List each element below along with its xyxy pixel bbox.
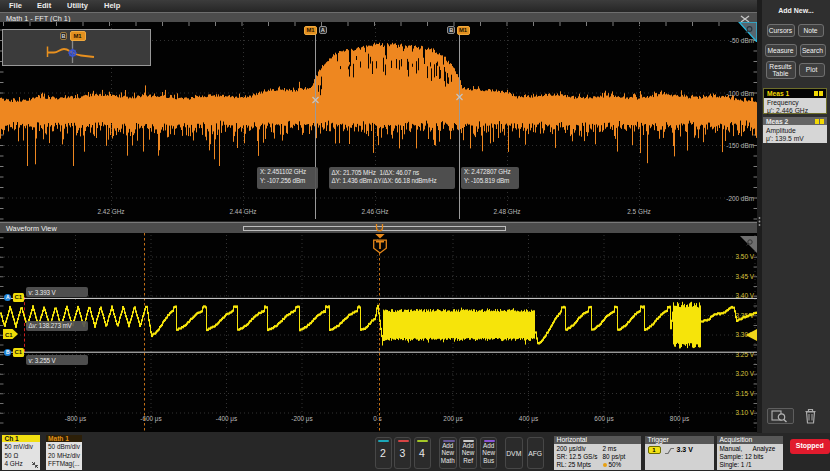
- svg-text:-150 dBm: -150 dBm: [726, 142, 754, 149]
- svg-text:2.48 GHz: 2.48 GHz: [494, 208, 521, 215]
- svg-text:2.44 GHz: 2.44 GHz: [230, 208, 257, 215]
- svg-text:3.15 V: 3.15 V: [736, 390, 755, 397]
- svg-text:-800 μs: -800 μs: [65, 415, 86, 423]
- svg-text:2.42 GHz: 2.42 GHz: [98, 208, 125, 215]
- svg-text:3.45 V: 3.45 V: [736, 273, 755, 280]
- svg-text:3.25 V: 3.25 V: [736, 351, 755, 358]
- svg-text:-600 μs: -600 μs: [140, 415, 161, 423]
- svg-text:200 μs: 200 μs: [443, 415, 462, 423]
- svg-text:-200 dBm: -200 dBm: [726, 195, 754, 202]
- svg-text:-400 μs: -400 μs: [216, 415, 237, 423]
- svg-text:2.5 GHz: 2.5 GHz: [627, 208, 650, 215]
- svg-text:0 s: 0 s: [373, 415, 382, 422]
- svg-text:3.50 V: 3.50 V: [736, 253, 755, 260]
- svg-text:2.46 GHz: 2.46 GHz: [362, 208, 389, 215]
- svg-text:3.10 V: 3.10 V: [736, 409, 755, 416]
- svg-text:3.20 V: 3.20 V: [736, 370, 755, 377]
- svg-text:-200 μs: -200 μs: [291, 415, 312, 423]
- svg-text:600 μs: 600 μs: [594, 415, 613, 423]
- svg-text:-100 dBm: -100 dBm: [726, 90, 754, 97]
- svg-text:400 μs: 400 μs: [519, 415, 538, 423]
- svg-text:800 μs: 800 μs: [670, 415, 689, 423]
- svg-text:C1: C1: [5, 332, 13, 338]
